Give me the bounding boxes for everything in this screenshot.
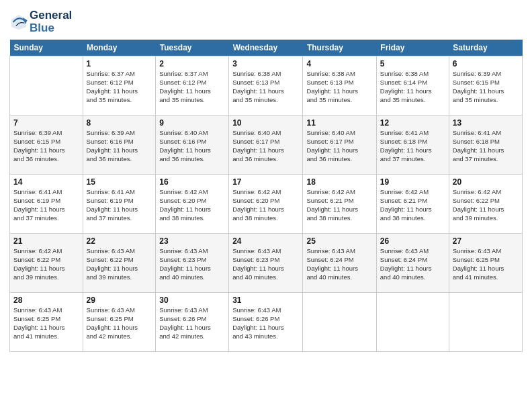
- calendar-cell: 4Sunrise: 6:38 AMSunset: 6:13 PMDaylight…: [303, 56, 376, 116]
- calendar-cell: 22Sunrise: 6:43 AMSunset: 6:22 PMDayligh…: [83, 234, 156, 293]
- day-number: 18: [306, 177, 372, 187]
- day-info: Sunrise: 6:43 AMSunset: 6:26 PMDaylight:…: [159, 306, 225, 340]
- day-info: Sunrise: 6:37 AMSunset: 6:12 PMDaylight:…: [87, 70, 152, 104]
- day-header-thursday: Thursday: [303, 40, 376, 56]
- day-info: Sunrise: 6:43 AMSunset: 6:25 PMDaylight:…: [87, 306, 152, 340]
- calendar-cell: 10Sunrise: 6:40 AMSunset: 6:17 PMDayligh…: [229, 116, 303, 175]
- day-info: Sunrise: 6:43 AMSunset: 6:23 PMDaylight:…: [232, 247, 299, 281]
- calendar-cell: 12Sunrise: 6:41 AMSunset: 6:18 PMDayligh…: [376, 116, 449, 175]
- day-info: Sunrise: 6:41 AMSunset: 6:18 PMDaylight:…: [380, 129, 445, 163]
- week-row-1: 1Sunrise: 6:37 AMSunset: 6:12 PMDaylight…: [10, 56, 523, 116]
- day-header-monday: Monday: [83, 40, 156, 56]
- day-info: Sunrise: 6:38 AMSunset: 6:14 PMDaylight:…: [380, 70, 445, 104]
- calendar-cell: 11Sunrise: 6:40 AMSunset: 6:17 PMDayligh…: [303, 116, 376, 175]
- day-info: Sunrise: 6:43 AMSunset: 6:23 PMDaylight:…: [159, 247, 225, 281]
- day-number: 22: [87, 236, 152, 246]
- day-header-tuesday: Tuesday: [156, 40, 229, 56]
- calendar-cell: 13Sunrise: 6:41 AMSunset: 6:18 PMDayligh…: [449, 116, 522, 175]
- calendar-cell: 21Sunrise: 6:42 AMSunset: 6:22 PMDayligh…: [10, 234, 83, 293]
- day-info: Sunrise: 6:41 AMSunset: 6:19 PMDaylight:…: [87, 188, 152, 222]
- day-info: Sunrise: 6:42 AMSunset: 6:21 PMDaylight:…: [306, 188, 372, 222]
- calendar-cell: 14Sunrise: 6:41 AMSunset: 6:19 PMDayligh…: [10, 175, 83, 234]
- day-number: 20: [453, 177, 519, 187]
- logo-icon: [9, 13, 28, 32]
- calendar-cell: 30Sunrise: 6:43 AMSunset: 6:26 PMDayligh…: [156, 293, 229, 352]
- day-info: Sunrise: 6:40 AMSunset: 6:17 PMDaylight:…: [306, 129, 372, 163]
- calendar-cell: [376, 293, 449, 352]
- day-info: Sunrise: 6:42 AMSunset: 6:21 PMDaylight:…: [380, 188, 445, 222]
- calendar-cell: 23Sunrise: 6:43 AMSunset: 6:23 PMDayligh…: [156, 234, 229, 293]
- day-number: 5: [380, 59, 445, 68]
- calendar-cell: 19Sunrise: 6:42 AMSunset: 6:21 PMDayligh…: [376, 175, 449, 234]
- day-info: Sunrise: 6:41 AMSunset: 6:18 PMDaylight:…: [453, 129, 519, 163]
- day-info: Sunrise: 6:39 AMSunset: 6:15 PMDaylight:…: [13, 129, 79, 163]
- calendar-cell: 3Sunrise: 6:38 AMSunset: 6:13 PMDaylight…: [229, 56, 303, 116]
- logo: General Blue: [9, 9, 72, 34]
- calendar-cell: 16Sunrise: 6:42 AMSunset: 6:20 PMDayligh…: [156, 175, 229, 234]
- calendar-cell: 17Sunrise: 6:42 AMSunset: 6:20 PMDayligh…: [229, 175, 303, 234]
- day-number: 23: [159, 236, 225, 246]
- calendar-cell: 2Sunrise: 6:37 AMSunset: 6:12 PMDaylight…: [156, 56, 229, 116]
- day-number: 10: [232, 118, 299, 128]
- calendar-cell: 28Sunrise: 6:43 AMSunset: 6:25 PMDayligh…: [10, 293, 83, 352]
- day-header-sunday: Sunday: [10, 40, 83, 56]
- week-row-4: 21Sunrise: 6:42 AMSunset: 6:22 PMDayligh…: [10, 234, 523, 293]
- day-info: Sunrise: 6:39 AMSunset: 6:15 PMDaylight:…: [453, 70, 519, 104]
- day-info: Sunrise: 6:43 AMSunset: 6:26 PMDaylight:…: [232, 306, 299, 340]
- day-header-friday: Friday: [376, 40, 449, 56]
- calendar-cell: 31Sunrise: 6:43 AMSunset: 6:26 PMDayligh…: [229, 293, 303, 352]
- calendar-cell: [10, 56, 83, 116]
- calendar-cell: [303, 293, 376, 352]
- calendar-cell: 29Sunrise: 6:43 AMSunset: 6:25 PMDayligh…: [83, 293, 156, 352]
- day-number: 3: [232, 59, 299, 68]
- calendar-cell: 1Sunrise: 6:37 AMSunset: 6:12 PMDaylight…: [83, 56, 156, 116]
- day-number: 1: [87, 59, 152, 68]
- day-number: 14: [13, 177, 79, 187]
- header-row: SundayMondayTuesdayWednesdayThursdayFrid…: [10, 40, 523, 56]
- day-number: 27: [453, 236, 519, 246]
- day-info: Sunrise: 6:41 AMSunset: 6:19 PMDaylight:…: [13, 188, 79, 222]
- calendar-cell: 15Sunrise: 6:41 AMSunset: 6:19 PMDayligh…: [83, 175, 156, 234]
- calendar-cell: 27Sunrise: 6:43 AMSunset: 6:25 PMDayligh…: [449, 234, 522, 293]
- calendar-cell: 25Sunrise: 6:43 AMSunset: 6:24 PMDayligh…: [303, 234, 376, 293]
- day-number: 30: [159, 295, 225, 305]
- day-info: Sunrise: 6:43 AMSunset: 6:25 PMDaylight:…: [453, 247, 519, 281]
- day-info: Sunrise: 6:38 AMSunset: 6:13 PMDaylight:…: [306, 70, 372, 104]
- day-number: 9: [159, 118, 225, 128]
- day-number: 6: [453, 59, 519, 68]
- day-number: 24: [232, 236, 299, 246]
- calendar-cell: 9Sunrise: 6:40 AMSunset: 6:16 PMDaylight…: [156, 116, 229, 175]
- day-number: 7: [13, 118, 79, 128]
- day-info: Sunrise: 6:43 AMSunset: 6:24 PMDaylight:…: [306, 247, 372, 281]
- day-number: 28: [13, 295, 79, 305]
- day-number: 26: [380, 236, 445, 246]
- calendar-cell: 6Sunrise: 6:39 AMSunset: 6:15 PMDaylight…: [449, 56, 522, 116]
- day-info: Sunrise: 6:43 AMSunset: 6:25 PMDaylight:…: [13, 306, 79, 340]
- calendar-cell: 20Sunrise: 6:42 AMSunset: 6:22 PMDayligh…: [449, 175, 522, 234]
- header: General Blue: [9, 7, 523, 34]
- calendar-cell: [449, 293, 522, 352]
- day-number: 21: [13, 236, 79, 246]
- day-info: Sunrise: 6:43 AMSunset: 6:22 PMDaylight:…: [87, 247, 152, 281]
- day-info: Sunrise: 6:37 AMSunset: 6:12 PMDaylight:…: [159, 70, 225, 104]
- calendar-cell: 24Sunrise: 6:43 AMSunset: 6:23 PMDayligh…: [229, 234, 303, 293]
- day-number: 13: [453, 118, 519, 128]
- page-container: General Blue SundayMondayTuesdayWednesda…: [0, 0, 532, 359]
- day-number: 2: [159, 59, 225, 68]
- day-info: Sunrise: 6:39 AMSunset: 6:16 PMDaylight:…: [87, 129, 152, 163]
- day-number: 17: [232, 177, 299, 187]
- day-number: 4: [306, 59, 372, 68]
- day-number: 12: [380, 118, 445, 128]
- day-info: Sunrise: 6:42 AMSunset: 6:20 PMDaylight:…: [159, 188, 225, 222]
- day-number: 8: [87, 118, 152, 128]
- day-info: Sunrise: 6:42 AMSunset: 6:20 PMDaylight:…: [232, 188, 299, 222]
- day-number: 25: [306, 236, 372, 246]
- week-row-5: 28Sunrise: 6:43 AMSunset: 6:25 PMDayligh…: [10, 293, 523, 352]
- day-number: 15: [87, 177, 152, 187]
- week-row-2: 7Sunrise: 6:39 AMSunset: 6:15 PMDaylight…: [10, 116, 523, 175]
- logo-text: General Blue: [30, 9, 72, 34]
- day-number: 19: [380, 177, 445, 187]
- day-info: Sunrise: 6:43 AMSunset: 6:24 PMDaylight:…: [380, 247, 445, 281]
- calendar-table: SundayMondayTuesdayWednesdayThursdayFrid…: [9, 40, 523, 352]
- calendar-cell: 8Sunrise: 6:39 AMSunset: 6:16 PMDaylight…: [83, 116, 156, 175]
